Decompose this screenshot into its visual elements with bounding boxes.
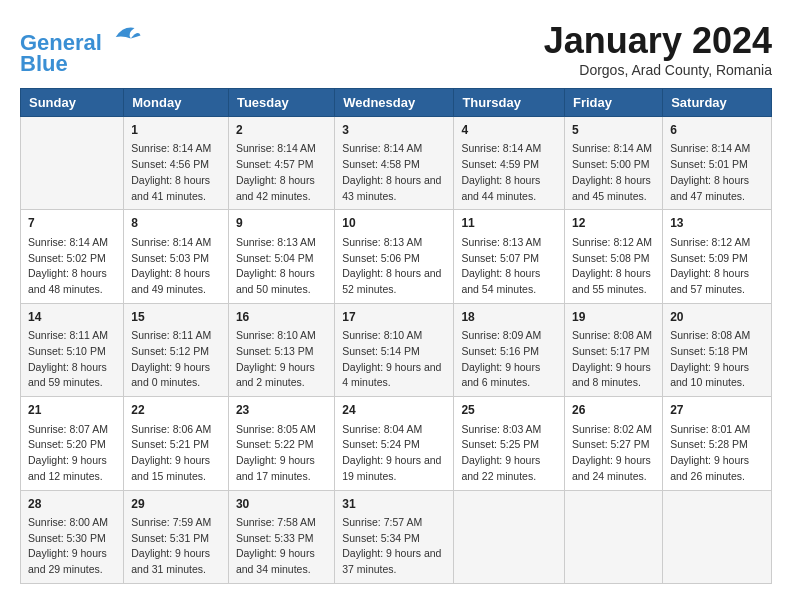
daylight-text: Daylight: 9 hours and 0 minutes. xyxy=(131,360,221,392)
sunrise-text: Sunrise: 8:14 AM xyxy=(461,141,557,157)
logo-blue: Blue xyxy=(20,51,142,77)
calendar-cell: 21Sunrise: 8:07 AMSunset: 5:20 PMDayligh… xyxy=(21,397,124,490)
sunset-text: Sunset: 5:30 PM xyxy=(28,531,116,547)
day-info: Sunrise: 8:05 AMSunset: 5:22 PMDaylight:… xyxy=(236,422,327,485)
day-number: 8 xyxy=(131,215,221,232)
month-title: January 2024 xyxy=(544,20,772,62)
sunrise-text: Sunrise: 8:13 AM xyxy=(461,235,557,251)
sunrise-text: Sunrise: 8:09 AM xyxy=(461,328,557,344)
sunrise-text: Sunrise: 8:14 AM xyxy=(342,141,446,157)
day-info: Sunrise: 7:57 AMSunset: 5:34 PMDaylight:… xyxy=(342,515,446,578)
day-info: Sunrise: 8:08 AMSunset: 5:17 PMDaylight:… xyxy=(572,328,655,391)
day-number: 7 xyxy=(28,215,116,232)
calendar-cell: 13Sunrise: 8:12 AMSunset: 5:09 PMDayligh… xyxy=(663,210,772,303)
calendar-cell: 3Sunrise: 8:14 AMSunset: 4:58 PMDaylight… xyxy=(335,117,454,210)
day-number: 10 xyxy=(342,215,446,232)
day-info: Sunrise: 8:01 AMSunset: 5:28 PMDaylight:… xyxy=(670,422,764,485)
daylight-text: Daylight: 8 hours and 59 minutes. xyxy=(28,360,116,392)
daylight-text: Daylight: 8 hours and 47 minutes. xyxy=(670,173,764,205)
day-number: 23 xyxy=(236,402,327,419)
calendar-cell: 11Sunrise: 8:13 AMSunset: 5:07 PMDayligh… xyxy=(454,210,565,303)
calendar-cell: 6Sunrise: 8:14 AMSunset: 5:01 PMDaylight… xyxy=(663,117,772,210)
sunset-text: Sunset: 5:02 PM xyxy=(28,251,116,267)
calendar-week-row: 1Sunrise: 8:14 AMSunset: 4:56 PMDaylight… xyxy=(21,117,772,210)
logo-text: General xyxy=(20,20,142,55)
sunset-text: Sunset: 5:20 PM xyxy=(28,437,116,453)
daylight-text: Daylight: 9 hours and 10 minutes. xyxy=(670,360,764,392)
sunrise-text: Sunrise: 8:02 AM xyxy=(572,422,655,438)
sunset-text: Sunset: 5:18 PM xyxy=(670,344,764,360)
sunset-text: Sunset: 5:28 PM xyxy=(670,437,764,453)
day-number: 11 xyxy=(461,215,557,232)
sunset-text: Sunset: 5:01 PM xyxy=(670,157,764,173)
calendar-cell: 5Sunrise: 8:14 AMSunset: 5:00 PMDaylight… xyxy=(564,117,662,210)
day-number: 28 xyxy=(28,496,116,513)
sunset-text: Sunset: 5:16 PM xyxy=(461,344,557,360)
day-number: 2 xyxy=(236,122,327,139)
calendar-cell: 29Sunrise: 7:59 AMSunset: 5:31 PMDayligh… xyxy=(124,490,229,583)
sunrise-text: Sunrise: 8:04 AM xyxy=(342,422,446,438)
day-info: Sunrise: 8:13 AMSunset: 5:06 PMDaylight:… xyxy=(342,235,446,298)
day-info: Sunrise: 8:10 AMSunset: 5:14 PMDaylight:… xyxy=(342,328,446,391)
day-info: Sunrise: 8:14 AMSunset: 5:02 PMDaylight:… xyxy=(28,235,116,298)
calendar-week-row: 14Sunrise: 8:11 AMSunset: 5:10 PMDayligh… xyxy=(21,303,772,396)
sunrise-text: Sunrise: 8:13 AM xyxy=(342,235,446,251)
calendar-cell: 19Sunrise: 8:08 AMSunset: 5:17 PMDayligh… xyxy=(564,303,662,396)
day-number: 24 xyxy=(342,402,446,419)
sunset-text: Sunset: 5:22 PM xyxy=(236,437,327,453)
daylight-text: Daylight: 9 hours and 22 minutes. xyxy=(461,453,557,485)
daylight-text: Daylight: 8 hours and 41 minutes. xyxy=(131,173,221,205)
page-header: General Blue January 2024 Dorgos, Arad C… xyxy=(20,20,772,78)
daylight-text: Daylight: 8 hours and 49 minutes. xyxy=(131,266,221,298)
sunset-text: Sunset: 5:13 PM xyxy=(236,344,327,360)
calendar-cell: 2Sunrise: 8:14 AMSunset: 4:57 PMDaylight… xyxy=(228,117,334,210)
day-number: 27 xyxy=(670,402,764,419)
day-number: 29 xyxy=(131,496,221,513)
calendar-cell: 10Sunrise: 8:13 AMSunset: 5:06 PMDayligh… xyxy=(335,210,454,303)
day-info: Sunrise: 8:13 AMSunset: 5:04 PMDaylight:… xyxy=(236,235,327,298)
col-tuesday: Tuesday xyxy=(228,89,334,117)
sunset-text: Sunset: 5:10 PM xyxy=(28,344,116,360)
sunset-text: Sunset: 5:03 PM xyxy=(131,251,221,267)
sunrise-text: Sunrise: 8:11 AM xyxy=(28,328,116,344)
daylight-text: Daylight: 8 hours and 44 minutes. xyxy=(461,173,557,205)
sunset-text: Sunset: 4:57 PM xyxy=(236,157,327,173)
day-info: Sunrise: 7:58 AMSunset: 5:33 PMDaylight:… xyxy=(236,515,327,578)
calendar-cell: 25Sunrise: 8:03 AMSunset: 5:25 PMDayligh… xyxy=(454,397,565,490)
day-info: Sunrise: 8:03 AMSunset: 5:25 PMDaylight:… xyxy=(461,422,557,485)
daylight-text: Daylight: 9 hours and 26 minutes. xyxy=(670,453,764,485)
day-info: Sunrise: 8:11 AMSunset: 5:12 PMDaylight:… xyxy=(131,328,221,391)
sunrise-text: Sunrise: 8:14 AM xyxy=(670,141,764,157)
sunrise-text: Sunrise: 8:13 AM xyxy=(236,235,327,251)
day-number: 26 xyxy=(572,402,655,419)
col-sunday: Sunday xyxy=(21,89,124,117)
day-info: Sunrise: 8:12 AMSunset: 5:08 PMDaylight:… xyxy=(572,235,655,298)
day-info: Sunrise: 8:06 AMSunset: 5:21 PMDaylight:… xyxy=(131,422,221,485)
col-saturday: Saturday xyxy=(663,89,772,117)
sunset-text: Sunset: 5:00 PM xyxy=(572,157,655,173)
day-info: Sunrise: 8:00 AMSunset: 5:30 PMDaylight:… xyxy=(28,515,116,578)
day-number: 9 xyxy=(236,215,327,232)
calendar-cell: 7Sunrise: 8:14 AMSunset: 5:02 PMDaylight… xyxy=(21,210,124,303)
sunset-text: Sunset: 5:34 PM xyxy=(342,531,446,547)
calendar-week-row: 28Sunrise: 8:00 AMSunset: 5:30 PMDayligh… xyxy=(21,490,772,583)
sunrise-text: Sunrise: 7:57 AM xyxy=(342,515,446,531)
calendar-cell: 20Sunrise: 8:08 AMSunset: 5:18 PMDayligh… xyxy=(663,303,772,396)
sunset-text: Sunset: 5:25 PM xyxy=(461,437,557,453)
daylight-text: Daylight: 8 hours and 43 minutes. xyxy=(342,173,446,205)
day-number: 13 xyxy=(670,215,764,232)
daylight-text: Daylight: 9 hours and 6 minutes. xyxy=(461,360,557,392)
calendar-week-row: 7Sunrise: 8:14 AMSunset: 5:02 PMDaylight… xyxy=(21,210,772,303)
day-info: Sunrise: 8:09 AMSunset: 5:16 PMDaylight:… xyxy=(461,328,557,391)
sunset-text: Sunset: 5:12 PM xyxy=(131,344,221,360)
sunrise-text: Sunrise: 8:14 AM xyxy=(572,141,655,157)
calendar-cell: 8Sunrise: 8:14 AMSunset: 5:03 PMDaylight… xyxy=(124,210,229,303)
sunrise-text: Sunrise: 8:14 AM xyxy=(131,235,221,251)
day-info: Sunrise: 8:13 AMSunset: 5:07 PMDaylight:… xyxy=(461,235,557,298)
calendar-cell xyxy=(21,117,124,210)
sunset-text: Sunset: 5:07 PM xyxy=(461,251,557,267)
sunset-text: Sunset: 5:17 PM xyxy=(572,344,655,360)
sunrise-text: Sunrise: 8:08 AM xyxy=(572,328,655,344)
day-info: Sunrise: 8:11 AMSunset: 5:10 PMDaylight:… xyxy=(28,328,116,391)
calendar-cell: 4Sunrise: 8:14 AMSunset: 4:59 PMDaylight… xyxy=(454,117,565,210)
